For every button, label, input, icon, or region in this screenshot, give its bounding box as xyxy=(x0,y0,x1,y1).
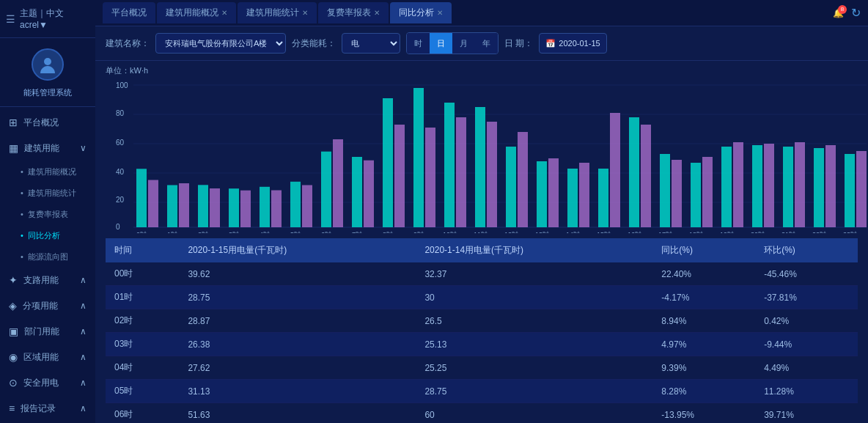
tab-building-stats-label: 建筑用能统计 xyxy=(246,7,299,19)
building-select[interactable]: 安科瑞电气股份有限公司A楼 xyxy=(155,33,286,54)
cell-prev: 25.25 xyxy=(416,356,652,380)
sidebar-item-dept2[interactable]: ▣ 部门用能 ∧ xyxy=(0,319,95,345)
cell-qoq: -37.81% xyxy=(755,286,858,309)
sidebar-item-platform[interactable]: ⊞ 平台概况 xyxy=(0,110,95,136)
bar-prev-15 xyxy=(610,113,620,227)
sidebar-header: ☰ 主题｜中文 acrel▼ xyxy=(0,0,95,38)
svg-text:0: 0 xyxy=(116,223,120,231)
date-btn-year[interactable]: 年 xyxy=(475,33,498,54)
bar-curr-15 xyxy=(598,169,608,227)
svg-text:17时: 17时 xyxy=(658,231,672,233)
tab-building-stats[interactable]: 建筑用能统计 ✕ xyxy=(238,2,317,23)
cell-prev: 26.5 xyxy=(416,309,652,333)
chevron-right-icon-1: ∧ xyxy=(80,275,87,285)
svg-text:4时: 4时 xyxy=(260,231,270,233)
bar-prev-2 xyxy=(210,188,220,227)
sidebar-sub-item-compare[interactable]: 同比分析 xyxy=(13,225,95,246)
tab-building-overview-close[interactable]: ✕ xyxy=(221,9,227,17)
brand-label: 主题｜中文 acrel▼ xyxy=(20,7,89,30)
svg-text:14时: 14时 xyxy=(566,231,580,233)
bar-curr-1 xyxy=(167,185,177,228)
cell-prev: 30 xyxy=(416,286,652,309)
bar-curr-11 xyxy=(475,107,485,227)
chart-section: 单位：kW·h 100 80 60 40 20 0 xyxy=(95,61,868,238)
sidebar-sub-item-stats[interactable]: 建筑用能统计 xyxy=(13,183,95,204)
sidebar-item-report[interactable]: ≡ 报告记录 ∧ xyxy=(0,396,95,422)
svg-text:13时: 13时 xyxy=(535,231,549,233)
svg-text:10时: 10时 xyxy=(443,231,457,233)
sidebar-item-zone[interactable]: ◉ 区域用能 ∧ xyxy=(0,345,95,370)
cell-curr: 27.62 xyxy=(179,356,416,380)
bar-curr-3 xyxy=(229,188,239,227)
bar-prev-10 xyxy=(456,117,466,227)
chevron-right-icon-3: ∧ xyxy=(80,326,87,336)
bar-prev-16 xyxy=(641,125,651,227)
date-btn-month[interactable]: 月 xyxy=(452,33,475,54)
bar-prev-5 xyxy=(302,185,312,228)
cell-qoq: -9.44% xyxy=(755,333,858,356)
dept-icon: ◈ xyxy=(9,300,17,312)
sidebar-label-zone: 区域用能 xyxy=(23,351,59,364)
tab-building-stats-close[interactable]: ✕ xyxy=(302,9,308,17)
refresh-button[interactable]: ↻ xyxy=(851,6,861,20)
cell-yoy: 8.28% xyxy=(652,380,755,403)
category-select[interactable]: 电 xyxy=(342,33,400,54)
tab-rate[interactable]: 复费率报表 ✕ xyxy=(318,2,389,23)
tab-platform[interactable]: 平台概况 xyxy=(103,2,155,23)
bar-curr-20 xyxy=(752,145,762,227)
sidebar-sub-item-overview[interactable]: 建筑用能概况 xyxy=(13,161,95,183)
bar-prev-7 xyxy=(364,161,374,227)
bar-prev-8 xyxy=(394,125,405,227)
cell-time: 00时 xyxy=(106,262,179,286)
date-btn-day[interactable]: 日 xyxy=(430,33,452,54)
col-time: 时间 xyxy=(106,238,179,262)
bar-prev-17 xyxy=(672,160,682,227)
cell-curr: 31.13 xyxy=(179,380,416,403)
sidebar-item-dept[interactable]: ◈ 分项用能 ∧ xyxy=(0,293,95,319)
tab-compare-label: 同比分析 xyxy=(399,7,434,19)
svg-text:3时: 3时 xyxy=(229,231,239,233)
svg-text:40: 40 xyxy=(116,168,125,176)
zone-icon: ◉ xyxy=(9,351,18,363)
chevron-right-icon-4: ∧ xyxy=(80,352,87,362)
chevron-right-icon-6: ∧ xyxy=(80,403,87,413)
cell-qoq: 4.49% xyxy=(755,356,858,380)
date-btn-hour[interactable]: 时 xyxy=(407,33,430,54)
avatar-section: 能耗管理系统 xyxy=(0,38,95,107)
sidebar-item-building[interactable]: ▦ 建筑用能 ∨ xyxy=(0,136,95,161)
sidebar-menu: ⊞ 平台概况 ▦ 建筑用能 ∨ 建筑用能概况 建筑用能统计 复费率报表 同比分析… xyxy=(0,107,95,424)
report-icon: ≡ xyxy=(9,402,15,414)
sidebar-sub-item-rate[interactable]: 复费率报表 xyxy=(13,204,95,225)
tab-compare-close[interactable]: ✕ xyxy=(437,9,443,17)
tab-rate-close[interactable]: ✕ xyxy=(374,9,380,17)
svg-text:22时: 22时 xyxy=(812,231,826,233)
sidebar-sub-item-flow[interactable]: 能源流向图 xyxy=(13,246,95,268)
bar-prev-11 xyxy=(487,122,497,227)
cell-yoy: 4.97% xyxy=(652,333,755,356)
table-row: 04时 27.62 25.25 9.39% 4.49% xyxy=(106,356,858,380)
sidebar-label-report: 报告记录 xyxy=(21,402,56,415)
topbar-right: 🔔 8 ↻ xyxy=(833,6,861,20)
svg-text:16时: 16时 xyxy=(628,231,641,233)
date-input[interactable]: 📅 2020-01-15 xyxy=(539,33,606,54)
tab-rate-label: 复费率报表 xyxy=(327,7,371,19)
chevron-right-icon-2: ∧ xyxy=(80,301,87,311)
sidebar-label-building: 建筑用能 xyxy=(24,142,59,155)
col-prev: 2020-1-14用电量(千瓦时) xyxy=(416,238,652,262)
notification-badge: 8 xyxy=(838,5,847,14)
sidebar-item-branch[interactable]: ✦ 支路用能 ∧ xyxy=(0,268,95,293)
bar-curr-9 xyxy=(413,88,424,227)
tab-building-overview[interactable]: 建筑用能概况 ✕ xyxy=(157,2,236,23)
notification-button[interactable]: 🔔 8 xyxy=(833,8,844,18)
bar-curr-8 xyxy=(383,98,393,227)
bar-prev-3 xyxy=(240,191,251,227)
sidebar-item-safety[interactable]: ⊙ 安全用电 ∧ xyxy=(0,370,95,396)
svg-text:8时: 8时 xyxy=(383,231,393,233)
cell-time: 02时 xyxy=(106,309,179,333)
bar-curr-10 xyxy=(444,103,455,227)
menu-icon[interactable]: ☰ xyxy=(6,13,15,25)
cell-qoq: 39.71% xyxy=(755,403,858,424)
date-type-buttons: 时 日 月 年 xyxy=(406,32,499,54)
tab-compare[interactable]: 同比分析 ✕ xyxy=(390,2,452,23)
svg-text:6时: 6时 xyxy=(321,231,331,233)
